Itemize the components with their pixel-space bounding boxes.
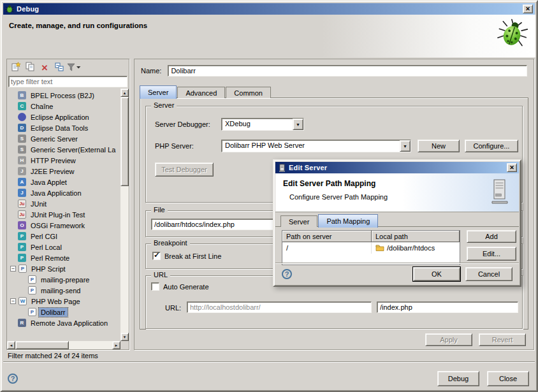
column-header-local-path[interactable]: Local path [372,231,460,242]
delete-configuration-button[interactable]: ✕ [38,61,51,74]
bug-icon [497,18,528,50]
dropdown-arrow-icon[interactable]: ▼ [293,119,303,130]
php-file-icon: P [28,275,36,284]
tree-item-java-applet[interactable]: AJava Applet [7,177,120,187]
url-group-legend: URL [151,271,170,279]
url-base-input[interactable] [187,301,372,313]
filter-status-text: Filter matched 24 of 24 items [8,352,98,359]
tree-expander-icon[interactable]: − [10,298,16,304]
edit-mapping-button[interactable]: Edit... [467,247,516,261]
window-bug-icon [5,4,14,13]
scroll-down-icon[interactable]: ▼ [120,333,129,341]
tree-expander-spacer [10,113,17,120]
revert-button[interactable]: Revert [479,333,526,346]
header-banner: Create, manage, and run configurations [3,15,535,57]
new-configuration-button[interactable] [9,61,22,74]
collapse-all-icon [54,62,65,73]
url-path-input[interactable] [377,301,518,313]
configure-server-button[interactable]: Configure... [465,140,518,152]
dropdown-arrow-icon[interactable]: ▼ [400,140,411,152]
tree-item-junit[interactable]: JuJUnit [7,198,120,209]
scroll-right-icon[interactable]: ► [112,341,120,349]
php-file-icon: P [28,308,36,316]
duplicate-configuration-button[interactable] [24,61,36,74]
close-button[interactable]: Close [487,371,529,386]
tree-item-java-application[interactable]: JJava Application [7,187,120,198]
tree-expander-spacer [10,103,17,110]
test-debugger-button[interactable]: Test Debugger [155,163,214,177]
tree-item-remote-java-application[interactable]: RRemote Java Application [7,317,120,328]
column-header-path-on-server[interactable]: Path on server [282,231,372,242]
tree-item-eclipse-application[interactable]: Eclipse Application [7,112,120,122]
vertical-scroll-thumb[interactable] [120,97,129,186]
apply-button[interactable]: Apply [425,333,472,346]
tree-item-label: Java Applet [29,178,69,187]
name-input[interactable] [168,65,527,76]
tree-item-bpel-process-b2j[interactable]: BBPEL Process (B2J) [7,90,120,101]
server-debugger-select[interactable]: XDebug ▼ [221,118,304,131]
dialog-help-button[interactable]: ? [282,269,292,279]
tree-item-label: Generic Server [29,134,80,143]
sidebar-toolbar: ✕ [7,59,129,75]
php-server-select[interactable]: Dolibarr PHP Web Server ▼ [221,140,411,152]
tree-expander-spacer [10,168,17,175]
tree-item-cha-ne[interactable]: CChaîne [7,101,120,112]
perl-local-icon: P [18,243,26,251]
tree-item-j2ee-preview[interactable]: JJ2EE Preview [7,166,120,177]
new-server-button[interactable]: New [418,140,460,152]
ok-button[interactable]: OK [413,267,460,281]
tree-item-eclipse-data-tools[interactable]: DEclipse Data Tools [7,122,120,133]
tab-advanced[interactable]: Advanced [177,87,225,98]
debug-configurations-window: Debug ✕ Create, manage, and run configur… [0,0,538,392]
tree-item-label: Perl Local [29,243,64,252]
tree-expander-icon[interactable]: − [10,266,16,272]
dialog-titlebar: Edit Server ✕ [275,162,519,173]
tab-server[interactable]: Server [140,85,177,99]
tree-item-dolibarr[interactable]: PDolibarr [7,307,120,317]
tree-item-mailing-send[interactable]: Pmailing-send [7,285,120,296]
generic-server-icon: S [18,134,26,143]
scroll-left-icon[interactable]: ◄ [7,341,15,349]
tree-expander-spacer [10,233,17,240]
php-file-icon: P [28,286,36,294]
tree-horizontal-scrollbar[interactable]: ◄ ► [7,341,120,349]
tree-item-generic-server[interactable]: SGeneric Server [7,133,120,144]
php-server-value: Dolibarr PHP Web Server [222,140,400,152]
tree-item-http-preview[interactable]: HHTTP Preview [7,155,120,166]
tree-item-junit-plug-in-test[interactable]: JuJUnit Plug-in Test [7,209,120,220]
help-button[interactable]: ? [8,374,18,384]
java-application-icon: J [18,189,26,197]
filter-button[interactable] [68,61,80,74]
tree-item-perl-cgi[interactable]: PPerl CGI [7,231,120,242]
tree-item-php-script[interactable]: −PPHP Script [7,263,120,274]
break-first-line-checkbox[interactable]: ✓ [152,252,161,260]
tree-item-generic-server-external-la[interactable]: SGeneric Server(External La [7,144,120,155]
tree-item-php-web-page[interactable]: −WPHP Web Page [7,296,120,307]
auto-generate-checkbox[interactable] [151,282,159,291]
tree-item-mailing-prepare[interactable]: Pmailing-prepare [7,274,120,285]
dialog-tab-path-mapping[interactable]: Path Mapping [318,214,378,228]
window-close-button[interactable]: ✕ [523,4,533,13]
auto-generate-label: Auto Generate [163,283,209,291]
scroll-up-icon[interactable]: ▲ [120,89,129,97]
tree-item-perl-local[interactable]: PPerl Local [7,242,120,252]
debug-button[interactable]: Debug [437,371,479,386]
filter-input[interactable] [8,76,127,87]
generic-server-icon: S [18,145,26,154]
cancel-button[interactable]: Cancel [465,267,513,281]
horizontal-scroll-track[interactable] [15,341,112,349]
banner-title: Create, manage, and run configurations [9,22,147,29]
add-mapping-button[interactable]: Add [467,230,516,243]
vertical-scroll-track[interactable] [120,97,129,333]
dialog-tab-path-mapping-label: Path Mapping [326,217,370,225]
mapping-table-row[interactable]: //dolibarr/htdocs [282,242,460,254]
horizontal-scroll-thumb[interactable] [15,341,69,349]
tab-common[interactable]: Common [226,87,271,98]
dialog-close-button[interactable]: ✕ [507,163,517,172]
tree-item-osgi-framework[interactable]: OOSGi Framework [7,220,120,231]
dialog-tab-server[interactable]: Server [280,215,317,227]
collapse-all-button[interactable] [53,61,66,74]
tree-vertical-scrollbar[interactable]: ▲ ▼ [120,89,129,341]
dialog-tabs: ServerPath Mapping [280,214,379,227]
tree-item-perl-remote[interactable]: PPerl Remote [7,252,120,263]
